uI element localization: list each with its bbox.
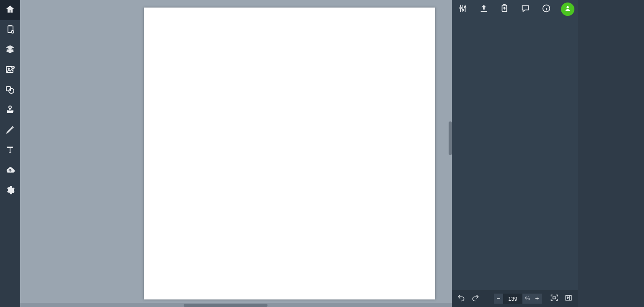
upload-icon <box>479 4 488 15</box>
zoom-out-button[interactable]: − <box>494 294 503 304</box>
right-panel: − % + <box>452 0 578 307</box>
user-avatar[interactable] <box>561 3 574 16</box>
svg-point-7 <box>9 106 11 108</box>
left-toolbar <box>0 0 20 307</box>
tool-clipboard[interactable] <box>0 20 20 40</box>
upload-button[interactable] <box>478 3 490 15</box>
collapse-panel-button[interactable] <box>563 293 574 304</box>
svg-point-3 <box>8 68 10 70</box>
right-top-toolbar <box>452 0 578 18</box>
stamp-icon <box>5 105 15 116</box>
right-bottom-toolbar: − % + <box>452 290 578 307</box>
image-icon <box>5 64 15 76</box>
tool-text[interactable] <box>0 141 20 161</box>
svg-point-1 <box>11 31 14 33</box>
zoom-in-button[interactable]: + <box>532 294 542 304</box>
tool-settings[interactable] <box>0 181 20 201</box>
adjustments-button[interactable] <box>457 3 469 15</box>
tool-layers[interactable] <box>0 40 20 60</box>
export-button[interactable] <box>499 3 510 15</box>
redo-icon <box>471 294 480 304</box>
zoom-input[interactable] <box>503 294 522 304</box>
home-icon <box>5 4 15 16</box>
panel-collapse-icon <box>564 294 573 304</box>
sliders-icon <box>458 4 467 15</box>
undo-button[interactable] <box>455 293 467 304</box>
fit-screen-button[interactable] <box>548 293 560 304</box>
person-icon <box>564 5 571 13</box>
export-clipboard-icon <box>500 4 509 15</box>
redo-button[interactable] <box>470 293 481 304</box>
far-right-strip <box>578 0 644 307</box>
tool-cloud-upload[interactable] <box>0 161 20 181</box>
comment-button[interactable] <box>519 3 531 15</box>
vertical-scrollbar[interactable] <box>449 121 452 155</box>
text-icon <box>5 145 15 157</box>
info-button[interactable] <box>540 3 552 15</box>
tool-home[interactable] <box>0 0 20 20</box>
undo-icon <box>457 294 465 304</box>
clipboard-icon <box>5 24 15 36</box>
canvas-area[interactable] <box>20 0 452 307</box>
tool-image[interactable] <box>0 60 20 80</box>
zoom-percent-label: % <box>522 294 532 304</box>
tool-shapes[interactable] <box>0 80 20 101</box>
comment-icon <box>521 4 530 15</box>
tool-pencil[interactable] <box>0 121 20 141</box>
svg-point-8 <box>460 7 461 9</box>
cloud-upload-icon <box>5 165 15 177</box>
canvas[interactable] <box>144 8 435 299</box>
pencil-icon <box>5 125 15 137</box>
right-panel-body <box>452 18 578 290</box>
svg-rect-16 <box>553 297 556 299</box>
tool-stamp[interactable] <box>0 101 20 121</box>
svg-point-15 <box>567 6 569 8</box>
layers-icon <box>5 44 15 56</box>
fit-screen-icon <box>550 294 558 304</box>
zoom-control: − % + <box>494 294 542 304</box>
horizontal-scrollbar[interactable] <box>184 304 267 307</box>
shapes-icon <box>5 85 15 96</box>
svg-point-10 <box>464 6 466 8</box>
gear-icon <box>5 185 15 197</box>
svg-point-9 <box>462 10 464 11</box>
info-icon <box>542 4 551 15</box>
